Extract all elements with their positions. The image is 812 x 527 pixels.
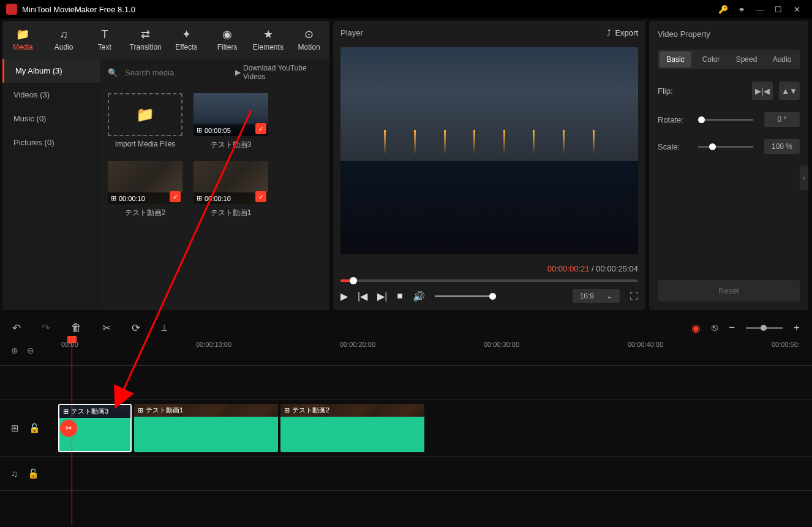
add-marker-icon[interactable]: ⊕ <box>11 346 18 355</box>
stop-button[interactable]: ■ <box>397 290 403 301</box>
lock-icon[interactable]: 🔓 <box>29 423 40 434</box>
effects-icon: ✦ <box>180 28 192 40</box>
tab-effects[interactable]: ✦Effects <box>166 26 207 54</box>
flip-vertical-button[interactable]: ▲▼ <box>779 82 800 100</box>
scale-slider[interactable] <box>698 146 753 148</box>
minimize-button[interactable]: — <box>751 0 769 18</box>
tab-text[interactable]: TText <box>85 26 126 54</box>
filters-icon: ◉ <box>221 28 233 40</box>
text-icon: T <box>99 28 111 40</box>
total-time: 00:00:25:04 <box>596 264 638 273</box>
sidebar-item[interactable]: My Album (3) <box>2 59 100 83</box>
play-button[interactable]: ▶ <box>340 290 348 302</box>
property-tab-speed[interactable]: Speed <box>731 51 762 67</box>
tab-transition[interactable]: ⇄Transition <box>125 26 166 54</box>
audio-track[interactable]: ♫ 🔓 <box>0 456 812 490</box>
timeline-clip[interactable]: ⊞テスト動画2 <box>280 404 424 452</box>
zoom-out-button[interactable]: − <box>729 322 735 334</box>
split-button[interactable]: ✂ <box>102 322 111 335</box>
film-icon: ⊞ <box>63 408 69 415</box>
media-name: テスト動画3 <box>211 140 252 150</box>
film-icon: ⊞ <box>197 194 202 202</box>
check-icon: ✓ <box>255 191 266 202</box>
rotate-slider[interactable] <box>698 119 753 121</box>
rotate-label: Rotate: <box>658 115 687 124</box>
motion-icon: ⊙ <box>303 28 315 40</box>
marker-button[interactable]: ◉ <box>691 322 701 335</box>
film-icon: ⊞ <box>111 194 116 202</box>
menu-icon[interactable]: ≡ <box>732 0 751 18</box>
media-name: テスト動画2 <box>125 208 166 218</box>
next-frame-button[interactable]: ▶| <box>377 290 387 302</box>
crop-button[interactable]: ⟂ <box>161 322 167 334</box>
export-icon: ⤴ <box>607 28 611 37</box>
app-title: MiniTool MovieMaker Free 8.1.0 <box>22 5 135 14</box>
media-name: テスト動画1 <box>211 208 252 218</box>
film-icon: ⊞ <box>197 126 202 134</box>
undo-button[interactable]: ↶ <box>12 322 21 335</box>
tab-audio[interactable]: ♫Audio <box>43 26 85 54</box>
speed-button[interactable]: ⟳ <box>132 322 140 335</box>
sidebar-item[interactable]: Videos (3) <box>2 83 100 107</box>
film-icon: ⊞ <box>138 406 143 414</box>
search-icon: 🔍 <box>108 68 118 77</box>
lock-icon[interactable]: 🔓 <box>28 468 39 479</box>
video-track[interactable]: ✂ ⊞ 🔓 ⊞テスト動画3⊞テスト動画1⊞テスト動画2 <box>0 400 812 456</box>
zoom-in-button[interactable]: + <box>794 322 800 334</box>
media-thumbnail[interactable]: ⊞00:00:10✓ <box>194 161 268 204</box>
property-tab-audio[interactable]: Audio <box>766 51 798 67</box>
video-preview[interactable] <box>340 47 638 254</box>
timeline-ruler[interactable]: ⊕ ⊖ 00:00 00:00:10:00 00:00:20:00 00:00:… <box>0 341 812 365</box>
search-input[interactable] <box>125 68 228 77</box>
property-tab-basic[interactable]: Basic <box>660 51 691 67</box>
import-media-button[interactable]: 📁 <box>108 93 182 136</box>
media-thumbnail[interactable]: ⊞00:00:10✓ <box>108 161 182 204</box>
export-button[interactable]: ⤴ Export <box>607 28 638 37</box>
snap-button[interactable]: ⎋ <box>712 322 718 334</box>
check-icon: ✓ <box>255 123 266 134</box>
media-icon: 📁 <box>17 28 29 40</box>
remove-marker-icon[interactable]: ⊖ <box>27 346 34 355</box>
scrubber[interactable] <box>340 279 638 282</box>
tab-elements[interactable]: ★Elements <box>248 26 289 54</box>
check-icon: ✓ <box>170 191 181 202</box>
film-icon: ⊞ <box>284 406 290 414</box>
property-title: Video Property <box>658 29 800 39</box>
app-logo <box>6 4 17 15</box>
sidebar-item[interactable]: Music (0) <box>2 107 100 131</box>
elements-icon: ★ <box>262 28 274 40</box>
scale-value[interactable]: 100 % <box>764 139 800 154</box>
prev-frame-button[interactable]: |◀ <box>358 290 367 302</box>
tab-filters[interactable]: ◉Filters <box>207 26 248 54</box>
close-button[interactable]: ✕ <box>788 0 806 18</box>
import-label: Import Media Files <box>115 140 176 148</box>
sidebar-item[interactable]: Pictures (0) <box>2 131 100 154</box>
timeline-clip[interactable]: ⊞テスト動画1 <box>134 404 278 452</box>
fullscreen-button[interactable]: ⛶ <box>630 291 638 301</box>
flip-horizontal-button[interactable]: ▶|◀ <box>752 82 773 100</box>
key-icon[interactable]: 🔑 <box>714 0 732 18</box>
property-tab-color[interactable]: Color <box>695 51 727 67</box>
effect-track[interactable] <box>0 365 812 400</box>
audio-track-icon: ♫ <box>11 468 18 479</box>
current-time: 00:00:00:21 <box>547 264 590 273</box>
volume-icon[interactable]: 🔊 <box>413 290 425 302</box>
zoom-slider[interactable] <box>746 327 783 329</box>
youtube-icon: ▶ <box>235 68 241 77</box>
media-thumbnail[interactable]: ⊞00:00:05✓ <box>194 93 268 136</box>
download-youtube-link[interactable]: ▶ Download YouTube Videos <box>235 64 322 81</box>
cut-indicator-icon[interactable]: ✂ <box>60 420 77 437</box>
delete-button[interactable]: 🗑 <box>71 322 81 334</box>
reset-button[interactable]: Reset <box>658 280 800 301</box>
collapse-panel-button[interactable]: › <box>800 165 808 190</box>
audio-icon: ♫ <box>58 28 70 40</box>
tab-motion[interactable]: ⊙Motion <box>288 26 329 54</box>
maximize-button[interactable]: ☐ <box>769 0 788 18</box>
redo-button[interactable]: ↷ <box>42 322 50 335</box>
video-track-icon: ⊞ <box>11 423 19 434</box>
tab-media[interactable]: 📁Media <box>2 26 43 54</box>
text-track[interactable] <box>0 490 812 525</box>
aspect-ratio-select[interactable]: 16:9 ⌄ <box>573 289 620 303</box>
volume-slider[interactable] <box>435 295 496 297</box>
rotate-value[interactable]: 0 ° <box>764 112 800 127</box>
